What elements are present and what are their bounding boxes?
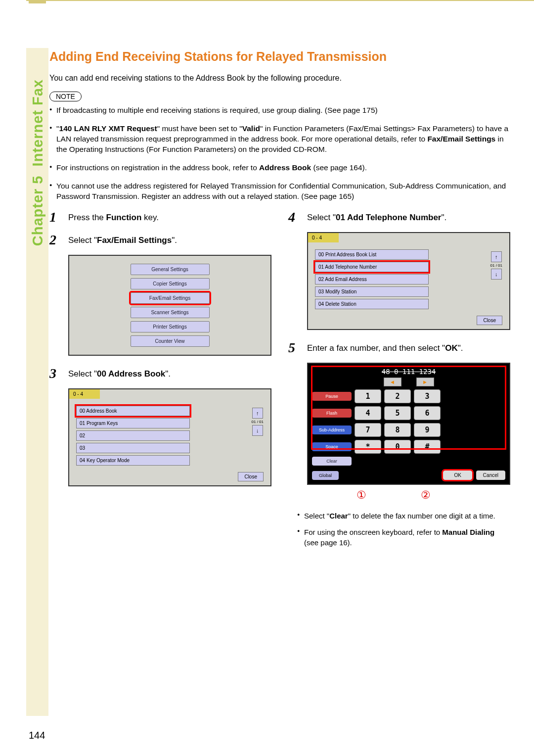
- list-item[interactable]: 03 Modify Station: [315, 286, 429, 297]
- scroll-down-icon[interactable]: ↓: [252, 425, 263, 436]
- page-number: 144: [29, 730, 45, 741]
- step-text: Select "Fax/Email Settings".: [68, 232, 177, 248]
- step-1: 1 Press the Function key.: [49, 209, 271, 225]
- note-item: "140 LAN RLY XMT Request" must have been…: [49, 124, 510, 155]
- menu-item[interactable]: Printer Settings: [131, 321, 210, 332]
- settings-menu-screenshot: General Settings Copier Settings Fax/Ema…: [68, 255, 271, 356]
- list-item[interactable]: 04 Delete Station: [315, 299, 429, 309]
- address-book-screenshot: 0 - 4 00 Address Book 01 Program Keys 02…: [68, 388, 271, 486]
- step-number: 1: [49, 209, 60, 225]
- scroll-up-icon[interactable]: ↑: [491, 251, 502, 262]
- scroll-arrows: ↑ 01 / 01 ↓: [252, 408, 264, 436]
- note-item: For instructions on registration in the …: [49, 163, 510, 173]
- scroll-arrows: ↑ 01 / 01 ↓: [490, 251, 502, 280]
- menu-item-highlighted[interactable]: Fax/Email Settings: [131, 292, 210, 304]
- menu-item[interactable]: General Settings: [131, 264, 210, 275]
- page-indicator: 01 / 01: [490, 263, 502, 268]
- keypad-bottom-row: Global OK Cancel: [312, 471, 505, 480]
- section-label: Internet Fax: [30, 79, 45, 166]
- left-column: 1 Press the Function key. 2 Select "Fax/…: [49, 209, 271, 554]
- close-button[interactable]: Close: [238, 472, 264, 481]
- highlight-frame: [311, 366, 506, 450]
- list-item-highlighted[interactable]: 00 Address Book: [76, 406, 190, 416]
- sub-bullet: For using the onscreen keyboard, refer t…: [297, 527, 510, 548]
- note-item: If broadcasting to multiple end receivin…: [49, 105, 510, 116]
- add-telephone-screenshot: 0 - 4 00 Print Address Book List 01 Add …: [307, 232, 510, 330]
- step-text: Press the Function key.: [68, 209, 159, 225]
- note-label: NOTE: [49, 92, 82, 101]
- scroll-up-icon[interactable]: ↑: [252, 408, 263, 419]
- menu-item[interactable]: Counter View: [131, 335, 210, 347]
- clear-button[interactable]: Clear: [312, 457, 352, 466]
- step-number: 5: [288, 340, 299, 356]
- callout-2: ②: [421, 489, 431, 502]
- ok-button[interactable]: OK: [443, 471, 472, 480]
- note-item: You cannot use the address registered fo…: [49, 181, 510, 202]
- menu-item[interactable]: Scanner Settings: [131, 307, 210, 318]
- chapter-label: Chapter 5: [30, 176, 45, 246]
- callout-1: ①: [356, 489, 366, 502]
- list-item[interactable]: 00 Print Address Book List: [315, 249, 429, 260]
- step-text: Select "00 Address Book".: [68, 366, 171, 381]
- step-2: 2 Select "Fax/Email Settings".: [49, 232, 271, 248]
- close-button[interactable]: Close: [477, 316, 502, 325]
- page-content: Adding End Receiving Stations for Relaye…: [49, 49, 510, 554]
- cancel-button[interactable]: Cancel: [476, 471, 505, 480]
- list-item-highlighted[interactable]: 01 Add Telephone Number: [315, 262, 429, 272]
- step-3: 3 Select "00 Address Book".: [49, 366, 271, 381]
- panel-header: 0 - 4: [308, 233, 339, 242]
- page-title: Adding End Receiving Stations for Relaye…: [49, 49, 510, 64]
- step-text: Enter a fax number, and then select "OK"…: [307, 340, 463, 356]
- note-list: If broadcasting to multiple end receivin…: [49, 105, 510, 201]
- sub-bullet: Select "Clear" to delete the fax number …: [297, 511, 510, 521]
- panel-header: 0 - 4: [69, 389, 100, 399]
- page-indicator: 01 / 01: [252, 420, 264, 424]
- intro-text: You can add end receiving stations to th…: [49, 74, 510, 83]
- right-column: 4 Select "01 Add Telephone Number". 0 - …: [288, 209, 510, 554]
- list-item[interactable]: 02 Add Email Address: [315, 274, 429, 284]
- step-number: 3: [49, 366, 60, 381]
- list-item[interactable]: 04 Key Operator Mode: [76, 455, 190, 466]
- step-number: 2: [49, 232, 60, 248]
- callout-numbers: ① ②: [307, 489, 510, 502]
- number-display: 48 0 111 1234: [312, 368, 505, 376]
- step-text: Select "01 Add Telephone Number".: [307, 209, 446, 225]
- scroll-down-icon[interactable]: ↓: [491, 269, 502, 280]
- step-number: 4: [288, 209, 299, 225]
- steps-columns: 1 Press the Function key. 2 Select "Fax/…: [49, 209, 510, 554]
- list-item[interactable]: 02: [76, 430, 190, 441]
- keypad-screenshot: 48 0 111 1234 ◄ ► Pause 1 2 3 Flash 4 5 …: [307, 363, 510, 485]
- menu-item[interactable]: Copier Settings: [131, 278, 210, 289]
- chapter-tab: Chapter 5 Internet Fax: [30, 79, 45, 246]
- list-item[interactable]: 01 Program Keys: [76, 418, 190, 428]
- list-item[interactable]: 03: [76, 443, 190, 453]
- step-4: 4 Select "01 Add Telephone Number".: [288, 209, 510, 225]
- step-5: 5 Enter a fax number, and then select "O…: [288, 340, 510, 356]
- sub-bullet-list: Select "Clear" to delete the fax number …: [297, 511, 510, 548]
- global-button[interactable]: Global: [312, 471, 339, 480]
